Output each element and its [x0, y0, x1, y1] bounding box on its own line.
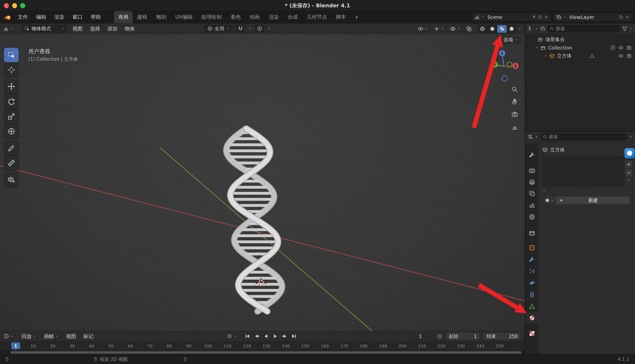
disable-render-camera-icon[interactable]: [626, 45, 632, 50]
outliner-row-cube[interactable]: 立方体: [525, 52, 635, 60]
workspace-tab[interactable]: 布局: [114, 11, 133, 23]
workspace-tab[interactable]: 几何节点: [302, 11, 331, 23]
viewport-model-dna[interactable]: [226, 128, 282, 311]
zoom-view-button[interactable]: [510, 85, 519, 94]
blender-logo-icon[interactable]: [4, 14, 11, 21]
breadcrumb-object-name[interactable]: 立方体: [550, 146, 565, 153]
tool-measure-button[interactable]: [4, 156, 19, 170]
close-window-button[interactable]: [4, 3, 9, 8]
use-preview-range-icon[interactable]: [437, 334, 442, 339]
mode-dropdown[interactable]: 物体模式: [22, 25, 67, 33]
viewport-3d[interactable]: 用户透视 (1) Collection | 立方体 选项 Z Y X: [0, 34, 525, 331]
chevron-down-icon[interactable]: [457, 27, 461, 30]
filter-icon[interactable]: [622, 26, 627, 31]
new-view-layer-icon[interactable]: [619, 15, 623, 19]
minimize-window-button[interactable]: [12, 3, 17, 8]
properties-editor-icon[interactable]: [527, 134, 533, 140]
properties-tab-scene[interactable]: [525, 200, 538, 211]
gizmos-icon[interactable]: [434, 26, 440, 32]
properties-tab-texture[interactable]: [525, 328, 538, 339]
xray-toggle-icon[interactable]: [466, 26, 472, 32]
slot-specials-chevron-icon[interactable]: [627, 178, 631, 182]
add-workspace-button[interactable]: +: [350, 11, 363, 23]
frame-start-field[interactable]: 起始 1: [446, 332, 480, 340]
shading-options-chevron-icon[interactable]: [518, 27, 522, 30]
properties-tab-object[interactable]: [525, 242, 538, 253]
outliner-row-collection[interactable]: Collection: [525, 44, 635, 52]
menubar-menu[interactable]: 文件: [14, 11, 32, 23]
chevron-down-icon[interactable]: [535, 27, 538, 30]
overlays-icon[interactable]: [450, 26, 456, 32]
tool-cursor-button[interactable]: [4, 63, 19, 77]
properties-tab-world[interactable]: [525, 211, 538, 223]
workspace-tab[interactable]: 动画: [245, 11, 264, 23]
shading-wireframe-button[interactable]: [478, 25, 487, 33]
auto-keying-toggle[interactable]: [227, 334, 237, 339]
row-label[interactable]: 场景集合: [545, 36, 565, 43]
options-dropdown[interactable]: 选项: [501, 36, 521, 44]
jump-to-end-button[interactable]: [290, 332, 298, 340]
properties-tab-output[interactable]: [525, 176, 538, 188]
properties-tab-material[interactable]: [525, 312, 538, 324]
outliner-search-input[interactable]: [556, 26, 618, 31]
transform-orientation-dropdown[interactable]: 全局: [204, 25, 233, 33]
viewport-menu[interactable]: 视图: [69, 24, 86, 34]
gizmo-neg-z-ball[interactable]: [502, 76, 507, 81]
tool-rotate-button[interactable]: [4, 94, 19, 108]
outliner-row-scene-collection[interactable]: 场景集合: [525, 36, 635, 44]
camera-view-button[interactable]: [510, 110, 519, 119]
navigation-gizmo[interactable]: Z Y X: [488, 48, 519, 82]
timeline-scrollbar[interactable]: [0, 350, 525, 354]
workspace-tab[interactable]: 合成: [283, 11, 302, 23]
play-button[interactable]: [271, 332, 280, 340]
tool-transform-button[interactable]: [4, 124, 19, 138]
shading-material-preview-button[interactable]: [497, 25, 507, 33]
proportional-options-chevron-icon[interactable]: [267, 27, 271, 30]
snap-options-chevron-icon[interactable]: [248, 27, 252, 30]
properties-tab-tool[interactable]: [525, 150, 538, 161]
workspace-tab[interactable]: 渲染: [264, 11, 283, 23]
menubar-menu[interactable]: 窗口: [68, 11, 87, 23]
pan-view-button[interactable]: [510, 97, 519, 106]
timeline-ruler[interactable]: 1102030405060708090100110120130140150160…: [0, 342, 525, 350]
tool-add-cube-button[interactable]: [4, 172, 19, 187]
properties-search-input[interactable]: [549, 134, 625, 140]
viewport-menu[interactable]: 选择: [86, 24, 104, 34]
scene-selector[interactable]: Scene: [472, 13, 551, 22]
remove-view-layer-icon[interactable]: [625, 15, 629, 19]
new-material-button[interactable]: 新建: [556, 196, 630, 204]
outliner-search[interactable]: [547, 25, 621, 32]
current-frame-box[interactable]: 1: [11, 342, 20, 349]
collapse-icon[interactable]: [544, 54, 548, 58]
properties-tab-view-layer[interactable]: [525, 188, 538, 199]
view-layer-name[interactable]: ViewLayer: [568, 14, 617, 20]
play-reverse-button[interactable]: [262, 332, 270, 340]
chevron-down-icon[interactable]: [563, 15, 567, 19]
scrollbar-thumb[interactable]: [11, 351, 522, 354]
editor-type-button[interactable]: [2, 24, 15, 34]
tool-select-box-button[interactable]: [4, 48, 19, 62]
menubar-menu[interactable]: 编辑: [32, 11, 50, 23]
gizmo-neg-y-ball[interactable]: [507, 62, 512, 67]
properties-tab-collection[interactable]: [525, 227, 538, 238]
slot-list-grip[interactable]: : : : :: [542, 188, 624, 193]
workspace-tab[interactable]: UV编辑: [171, 11, 197, 23]
chevron-down-icon[interactable]: [629, 27, 633, 30]
shading-rendered-button[interactable]: [507, 25, 516, 33]
workspace-tab[interactable]: 雕刻: [152, 11, 171, 23]
material-slot-list[interactable]: [542, 156, 624, 187]
tool-annotate-button[interactable]: [4, 141, 19, 155]
properties-tab-physics[interactable]: [525, 277, 538, 288]
disable-render-camera-icon[interactable]: [626, 53, 632, 58]
row-label[interactable]: 立方体: [557, 53, 572, 59]
chevron-down-icon[interactable]: [535, 135, 538, 138]
prev-keyframe-button[interactable]: [252, 332, 261, 340]
workspace-tab[interactable]: 着色: [226, 11, 245, 23]
pin-icon[interactable]: [532, 15, 536, 19]
tool-move-button[interactable]: [4, 79, 19, 94]
browse-material-button[interactable]: [542, 196, 556, 204]
timeline-menu[interactable]: 视图: [62, 331, 80, 342]
visibility-icon[interactable]: [418, 26, 423, 32]
properties-tab-constraints[interactable]: [525, 289, 538, 300]
zoom-window-button[interactable]: [20, 3, 25, 8]
